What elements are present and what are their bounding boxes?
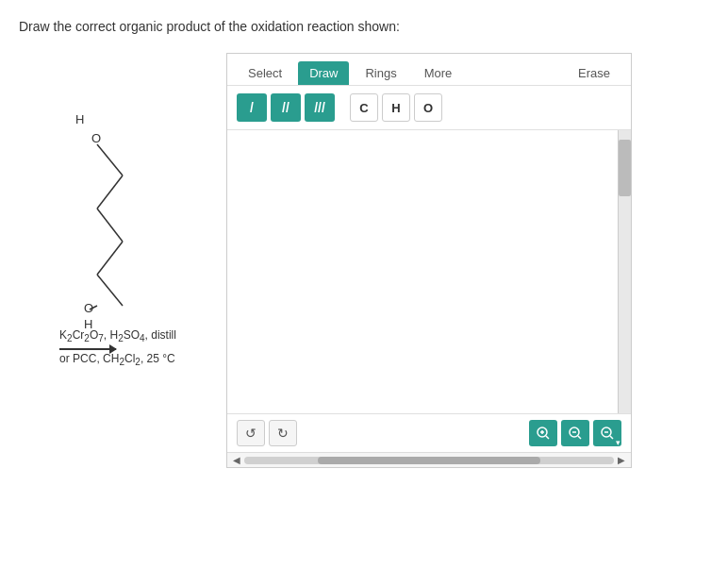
reaction-arrow-row: [59, 348, 116, 350]
svg-line-7: [97, 242, 123, 275]
reagents-line2: or PCC, CH2Cl2, 25 °C: [59, 350, 175, 370]
zoom-in-btn[interactable]: [529, 420, 557, 446]
right-scrollbar[interactable]: [618, 130, 631, 413]
tab-rings[interactable]: Rings: [354, 61, 407, 85]
draw-footer: ↺ ↻: [227, 413, 631, 452]
svg-line-6: [97, 209, 123, 242]
single-bond-btn[interactable]: /: [237, 93, 267, 122]
triple-bond-btn[interactable]: ///: [305, 93, 335, 122]
toolbar-tabs: Select Draw Rings More Erase: [227, 54, 631, 86]
question-text: Draw the correct organic product of the …: [19, 19, 709, 34]
scrollbar-thumb[interactable]: [619, 140, 631, 196]
scroll-left-btn[interactable]: ◀: [233, 455, 240, 465]
double-bond-btn[interactable]: //: [271, 93, 301, 122]
undo-btn[interactable]: ↺: [237, 420, 265, 446]
zoom-controls: ▾: [529, 420, 621, 446]
draw-panel: Select Draw Rings More Erase / // /// C …: [226, 53, 632, 468]
molecule-svg: H O O H: [71, 91, 156, 336]
svg-line-15: [546, 436, 549, 439]
reaction-box: K2Cr2O7, H2SO4, distill or PCC, CH2Cl2, …: [59, 326, 176, 371]
reaction-arrow: [59, 348, 116, 350]
svg-text:H: H: [75, 112, 84, 126]
draw-canvas[interactable]: [227, 130, 631, 413]
scroll-right-btn[interactable]: ▶: [618, 455, 625, 465]
hydrogen-btn[interactable]: H: [382, 93, 410, 122]
molecule-area: H O O H: [19, 53, 207, 371]
main-content: H O O H: [19, 53, 709, 468]
oxygen-btn[interactable]: O: [414, 93, 442, 122]
carbon-btn[interactable]: C: [350, 93, 378, 122]
tab-draw[interactable]: Draw: [298, 61, 349, 85]
svg-line-21: [610, 436, 613, 439]
svg-line-18: [578, 436, 581, 439]
tab-more[interactable]: More: [413, 61, 464, 85]
svg-text:O: O: [91, 131, 101, 145]
reagents-line1: K2Cr2O7, H2SO4, distill: [59, 326, 176, 346]
redo-btn[interactable]: ↻: [269, 420, 297, 446]
draw-toolbar: / // /// C H O: [227, 86, 631, 130]
tab-select[interactable]: Select: [237, 61, 293, 85]
svg-line-5: [97, 176, 123, 209]
bottom-scrollbar-area: ◀ ▶: [227, 452, 631, 467]
svg-line-4: [97, 144, 123, 176]
h-scroll-thumb[interactable]: [318, 457, 539, 464]
horizontal-scrollbar[interactable]: [244, 457, 614, 464]
zoom-reset-btn[interactable]: [561, 420, 589, 446]
tab-erase[interactable]: Erase: [567, 61, 621, 85]
undo-redo-group: ↺ ↻: [237, 420, 297, 446]
svg-line-8: [97, 275, 123, 306]
zoom-out-btn[interactable]: ▾: [593, 420, 621, 446]
